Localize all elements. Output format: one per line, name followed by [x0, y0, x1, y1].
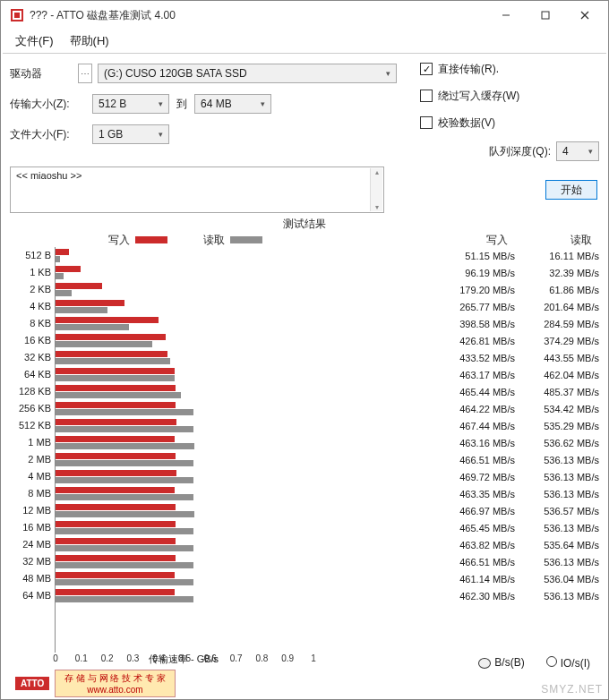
value-row: 179.20 MB/s61.86 MB/s — [318, 281, 599, 298]
y-tick-label: 8 KB — [10, 315, 55, 332]
y-tick-label: 2 MB — [10, 451, 55, 468]
read-bar — [56, 460, 193, 466]
bypass-cache-checkbox[interactable]: 绕过写入缓存(W) — [420, 88, 599, 104]
write-value: 466.51 MB/s — [438, 455, 515, 465]
write-value: 179.20 MB/s — [438, 285, 515, 295]
bar-row — [56, 434, 313, 451]
bar-row — [56, 383, 313, 400]
file-size-label: 文件大小(F): — [10, 127, 73, 142]
write-bar — [56, 283, 102, 289]
checkbox-icon — [420, 63, 433, 75]
value-row: 462.30 MB/s536.13 MB/s — [318, 587, 599, 604]
read-bar — [56, 375, 175, 381]
write-bar — [56, 470, 176, 476]
value-row: 463.17 MB/s462.04 MB/s — [318, 366, 599, 383]
transfer-size-from-select[interactable]: 512 B▾ — [92, 94, 169, 114]
bar-row — [56, 451, 313, 468]
x-tick-label: 0.3 — [126, 653, 139, 663]
drive-refresh-button[interactable]: ⋯ — [78, 64, 92, 83]
y-tick-label: 16 MB — [10, 519, 55, 536]
write-bar — [56, 504, 176, 510]
write-value: 467.44 MB/s — [438, 421, 515, 431]
write-bar — [56, 521, 176, 527]
titlebar: ??? - ATTO 磁盘基准测试 4.00 — [1, 1, 608, 30]
read-value: 536.62 MB/s — [522, 438, 599, 448]
value-row: 466.97 MB/s536.57 MB/s — [318, 502, 599, 519]
radio-bytes[interactable]: B/s(B) — [478, 656, 524, 669]
read-bar — [56, 392, 181, 398]
drive-select[interactable]: (G:) CUSO 120GB SATA SSD ▾ — [98, 64, 397, 83]
svg-rect-2 — [14, 13, 20, 18]
legend-read: 读取 — [203, 233, 262, 248]
checkbox-icon — [420, 116, 433, 129]
chevron-down-icon: ▾ — [386, 69, 390, 78]
chevron-down-icon: ▾ — [261, 99, 265, 108]
minimize-button[interactable] — [486, 2, 526, 29]
window-title: ??? - ATTO 磁盘基准测试 4.00 — [30, 8, 486, 23]
value-row: 463.82 MB/s535.64 MB/s — [318, 536, 599, 553]
transfer-size-to-select[interactable]: 64 MB▾ — [194, 94, 271, 114]
read-value: 374.29 MB/s — [522, 336, 599, 346]
write-value: 464.22 MB/s — [438, 404, 515, 414]
read-bar — [56, 596, 193, 602]
read-bar — [56, 528, 193, 534]
bar-row — [56, 349, 313, 366]
read-value: 61.86 MB/s — [522, 285, 599, 295]
direct-io-checkbox[interactable]: 直接传输(R). — [420, 61, 599, 77]
content: 驱动器 ⋯ (G:) CUSO 120GB SATA SSD ▾ 传输大小(Z)… — [1, 54, 608, 699]
description-textarea[interactable]: << miaoshu >> ▴▾ — [10, 166, 384, 213]
write-value: 51.15 MB/s — [438, 251, 515, 261]
write-bar — [56, 436, 175, 442]
bar-row — [56, 332, 313, 349]
y-tick-label: 32 KB — [10, 349, 55, 366]
verify-data-checkbox[interactable]: 校验数据(V) — [420, 115, 599, 131]
read-bar — [56, 409, 193, 415]
read-value: 536.13 MB/s — [522, 523, 599, 534]
maximize-button[interactable] — [526, 2, 565, 29]
read-value: 534.42 MB/s — [522, 404, 599, 414]
bar-row — [56, 281, 313, 298]
value-row: 467.44 MB/s535.29 MB/s — [318, 417, 599, 434]
write-value: 96.19 MB/s — [438, 268, 515, 278]
y-tick-label: 48 MB — [10, 570, 55, 587]
write-bar — [56, 589, 175, 595]
y-tick-label: 12 MB — [10, 502, 55, 519]
app-window: ??? - ATTO 磁盘基准测试 4.00 文件(F) 帮助(H) 驱动器 ⋯… — [0, 0, 609, 700]
y-tick-label: 4 MB — [10, 468, 55, 485]
x-tick-label: 0.1 — [75, 653, 88, 663]
write-bar — [56, 300, 124, 306]
close-button[interactable] — [565, 2, 605, 29]
queue-depth-select[interactable]: 4▾ — [556, 141, 599, 161]
file-size-select[interactable]: 1 GB▾ — [92, 124, 169, 144]
write-bar — [56, 402, 176, 408]
write-swatch-icon — [135, 236, 167, 243]
y-tick-label: 16 KB — [10, 332, 55, 349]
value-row: 466.51 MB/s536.13 MB/s — [318, 553, 599, 570]
value-row: 461.14 MB/s536.04 MB/s — [318, 570, 599, 587]
read-bar — [56, 494, 193, 500]
x-tick-label: 0.7 — [230, 653, 243, 663]
write-value: 463.35 MB/s — [438, 489, 515, 499]
y-tick-label: 24 MB — [10, 536, 55, 553]
y-tick-label: 8 MB — [10, 485, 55, 502]
scrollbar[interactable]: ▴▾ — [370, 168, 382, 211]
radio-icon — [546, 656, 557, 667]
start-button[interactable]: 开始 — [545, 180, 597, 200]
x-tick-label: 1 — [311, 653, 316, 663]
value-row: 398.58 MB/s284.59 MB/s — [318, 315, 599, 332]
write-bar — [56, 368, 175, 374]
read-bar — [56, 307, 107, 313]
write-bar — [56, 385, 176, 391]
write-value: 466.51 MB/s — [438, 557, 515, 568]
read-value: 536.13 MB/s — [522, 557, 599, 568]
footer: ATTO 存 储 与 网 络 技 术 专 家 www.atto.com — [10, 672, 599, 694]
x-tick-label: 0.8 — [255, 653, 268, 663]
menu-file[interactable]: 文件(F) — [10, 31, 59, 51]
read-value: 535.64 MB/s — [522, 540, 599, 551]
menu-help[interactable]: 帮助(H) — [64, 31, 115, 51]
radio-ios[interactable]: IO/s(I) — [546, 656, 590, 670]
write-bar — [56, 555, 176, 561]
read-value: 536.13 MB/s — [522, 472, 599, 482]
write-bar — [56, 572, 175, 578]
bar-row — [56, 417, 313, 434]
